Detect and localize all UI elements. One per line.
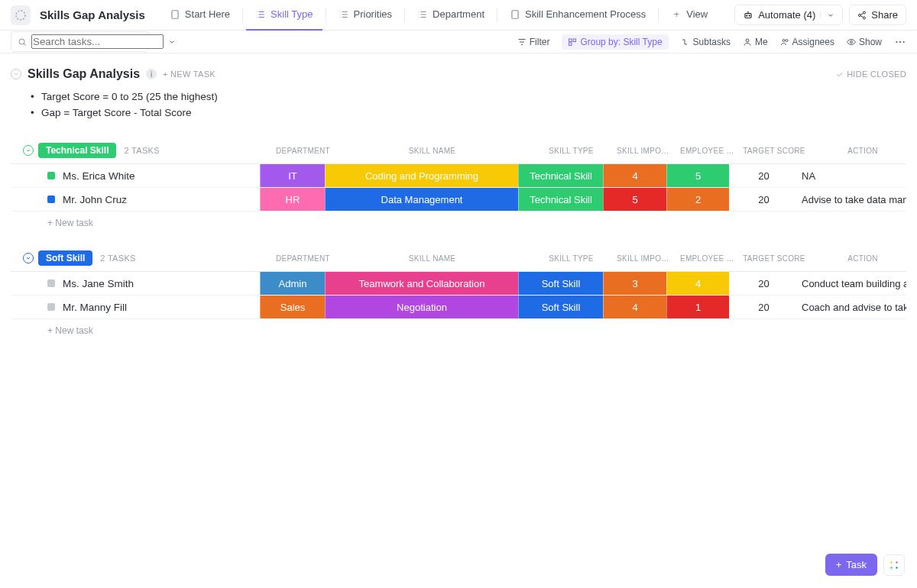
tab-label: Skill Enhancement Process xyxy=(525,8,646,20)
col-skill-type[interactable]: SKILL TYPE xyxy=(529,254,614,263)
svg-rect-10 xyxy=(569,39,572,42)
more-button[interactable] xyxy=(894,36,906,48)
svg-point-19 xyxy=(903,40,905,42)
cell-importance[interactable]: 4 xyxy=(603,164,666,187)
row-name: Ms. Jane Smith xyxy=(63,278,134,289)
subtasks-button[interactable]: Subtasks xyxy=(681,37,731,47)
show-button[interactable]: Show xyxy=(847,37,882,47)
cell-department[interactable]: IT xyxy=(260,164,325,187)
search-wrapper[interactable] xyxy=(11,31,148,52)
cell-importance[interactable]: 4 xyxy=(603,296,666,318)
svg-point-8 xyxy=(864,17,866,19)
groupby-button[interactable]: Group by: Skill Type xyxy=(562,34,668,50)
cell-skill-name[interactable]: Coding and Programming xyxy=(325,164,518,187)
person-icon xyxy=(743,37,752,47)
row-name: Mr. John Cruz xyxy=(63,194,127,205)
row-name: Mr. Manny Fill xyxy=(63,302,127,313)
share-button[interactable]: Share xyxy=(849,5,906,25)
cell-importance[interactable]: 3 xyxy=(603,272,666,295)
cell-rating[interactable]: 4 xyxy=(666,272,729,295)
tab-department[interactable]: Department xyxy=(408,0,494,31)
page-title: Skills Gap Analysis xyxy=(28,67,140,81)
tab-start-here[interactable]: Start Here xyxy=(160,0,239,31)
col-importance[interactable]: SKILL IMPORTAN... xyxy=(614,254,677,263)
cell-skill-name[interactable]: Negotiation xyxy=(325,296,518,318)
svg-point-21 xyxy=(896,561,897,563)
filter-label: Filter xyxy=(530,37,550,47)
col-rating[interactable]: EMPLOYEE RATI... xyxy=(677,147,740,155)
cell-rating[interactable]: 2 xyxy=(666,188,729,211)
svg-point-7 xyxy=(859,14,861,16)
status-square[interactable] xyxy=(47,279,55,287)
col-rating[interactable]: EMPLOYEE RATI... xyxy=(677,254,740,263)
table-row[interactable]: Ms. Erica White IT Coding and Programmin… xyxy=(11,163,906,187)
cell-skill-type[interactable]: Technical Skill xyxy=(518,164,603,187)
cell-action[interactable]: Coach and advise to take negotiati xyxy=(798,296,906,318)
col-action[interactable]: ACTION xyxy=(808,254,917,263)
cell-skill-type[interactable]: Soft Skill xyxy=(518,296,603,318)
col-skill-name[interactable]: SKILL NAME xyxy=(335,147,529,155)
cell-skill-name[interactable]: Teamwork and Collaboration xyxy=(325,272,518,295)
cell-rating[interactable]: 5 xyxy=(666,164,729,187)
hide-closed-button[interactable]: HIDE CLOSED xyxy=(835,69,906,79)
col-skill-name[interactable]: SKILL NAME xyxy=(335,254,529,263)
cell-importance[interactable]: 5 xyxy=(603,188,666,211)
new-task-link[interactable]: + NEW TASK xyxy=(163,69,215,79)
divider xyxy=(242,8,243,22)
group-pill[interactable]: Soft Skill xyxy=(38,250,92,266)
new-task-row[interactable]: + New task xyxy=(11,318,906,336)
search-input[interactable] xyxy=(31,34,164,49)
cell-department[interactable]: Admin xyxy=(260,272,325,295)
group-collapse-toggle[interactable] xyxy=(23,253,34,263)
col-action[interactable]: ACTION xyxy=(808,147,917,155)
automate-button[interactable]: Automate (4) xyxy=(734,5,843,25)
collapse-toggle[interactable] xyxy=(11,69,21,79)
chevron-down-icon[interactable] xyxy=(168,38,176,46)
col-importance[interactable]: SKILL IMPORTAN... xyxy=(614,147,677,155)
app-icon[interactable] xyxy=(11,5,31,25)
svg-point-6 xyxy=(864,11,866,14)
assignees-button[interactable]: Assignees xyxy=(780,37,834,47)
cell-department[interactable]: HR xyxy=(260,188,325,211)
dots-icon xyxy=(894,36,906,48)
new-task-row[interactable]: + New task xyxy=(11,211,906,228)
status-square[interactable] xyxy=(47,195,55,203)
tab-skill-enhancement[interactable]: Skill Enhancement Process xyxy=(501,0,655,31)
cell-target-score[interactable]: 20 xyxy=(729,272,798,295)
cell-action[interactable]: NA xyxy=(798,164,906,187)
group-collapse-toggle[interactable] xyxy=(23,145,34,156)
cell-skill-name[interactable]: Data Management xyxy=(325,188,518,211)
column-headers: DEPARTMENT SKILL NAME SKILL TYPE SKILL I… xyxy=(271,147,917,155)
tab-skill-type[interactable]: Skill Type xyxy=(246,0,322,31)
cell-target-score[interactable]: 20 xyxy=(729,296,798,318)
group-pill[interactable]: Technical Skill xyxy=(38,143,116,158)
info-icon[interactable]: i xyxy=(146,69,157,79)
app-title: Skills Gap Analysis xyxy=(40,8,145,21)
cell-skill-type[interactable]: Soft Skill xyxy=(518,272,603,295)
cell-target-score[interactable]: 20 xyxy=(729,188,798,211)
plus-icon: + xyxy=(836,559,842,570)
status-square[interactable] xyxy=(47,303,55,311)
table-row[interactable]: Mr. John Cruz HR Data Management Technic… xyxy=(11,187,906,211)
cell-rating[interactable]: 1 xyxy=(666,296,729,318)
cell-skill-type[interactable]: Technical Skill xyxy=(518,188,603,211)
status-square[interactable] xyxy=(47,172,55,179)
col-department[interactable]: DEPARTMENT xyxy=(271,147,335,155)
new-task-fab[interactable]: + Task xyxy=(825,554,877,576)
cell-department[interactable]: Sales xyxy=(260,296,325,318)
cell-target-score[interactable]: 20 xyxy=(729,164,798,187)
cell-action[interactable]: Conduct team building activities. xyxy=(798,272,906,295)
me-button[interactable]: Me xyxy=(743,37,768,47)
col-target[interactable]: TARGET SCORE xyxy=(740,147,808,155)
add-view-button[interactable]: + View xyxy=(662,0,717,31)
table-row[interactable]: Mr. Manny Fill Sales Negotiation Soft Sk… xyxy=(11,295,906,318)
apps-button[interactable] xyxy=(883,554,905,576)
col-target[interactable]: TARGET SCORE xyxy=(740,254,808,263)
col-skill-type[interactable]: SKILL TYPE xyxy=(529,147,614,155)
col-department[interactable]: DEPARTMENT xyxy=(271,254,335,263)
table-row[interactable]: Ms. Jane Smith Admin Teamwork and Collab… xyxy=(11,271,906,295)
filter-button[interactable]: Filter xyxy=(517,37,550,47)
cell-action[interactable]: Advise to take data management or xyxy=(798,188,906,211)
tab-priorities[interactable]: Priorities xyxy=(329,0,402,31)
svg-point-4 xyxy=(747,15,747,16)
